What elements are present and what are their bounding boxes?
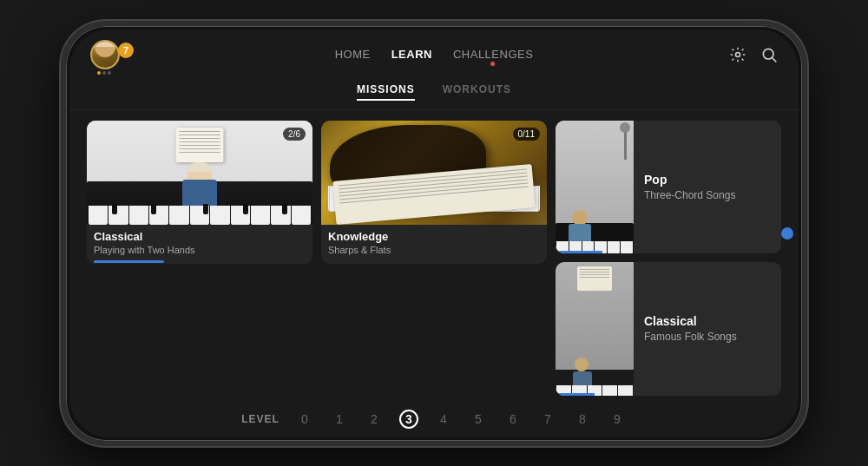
pop-scene [556, 121, 634, 254]
m-line [339, 182, 528, 200]
level-0[interactable]: 0 [295, 410, 314, 429]
key [169, 206, 188, 225]
scroll-indicator[interactable] [781, 227, 793, 240]
svg-line-2 [773, 57, 777, 62]
key [618, 385, 633, 396]
c2-person [573, 358, 592, 385]
card-classical-1-subtitle: Playing with Two Hands [94, 245, 306, 255]
phone-frame: 7 HOME LEARN CHALLENGES [61, 21, 807, 446]
nav-icons [729, 46, 778, 63]
avatar [90, 40, 120, 69]
music-line [180, 131, 220, 132]
level-1[interactable]: 1 [330, 410, 349, 429]
user-badge: 7 [118, 43, 134, 58]
card-classical-2-image [556, 262, 634, 396]
right-column: Pop Three-Chord Songs [556, 121, 781, 396]
c2-head [575, 358, 589, 371]
c2-body [573, 371, 592, 385]
avatar-dots [97, 71, 111, 75]
pop-person [569, 210, 591, 241]
card-classical-2-title: Classical [644, 314, 737, 328]
sheet-music [176, 128, 224, 162]
card-classical-1[interactable]: 2/6 Classical Playing with Two Hands [87, 121, 312, 264]
music-line [180, 138, 220, 139]
person-hair [187, 162, 212, 172]
card-classical-2-info: Classical Famous Folk Songs [634, 262, 747, 396]
card-pop-image [556, 121, 634, 254]
settings-button[interactable] [729, 46, 746, 63]
music-line [180, 141, 220, 142]
key [108, 206, 128, 225]
avatar-figure [95, 42, 115, 57]
card-classical-1-image [87, 121, 312, 225]
mic-head [620, 122, 630, 133]
card-pop-title: Pop [644, 173, 735, 187]
ml [580, 277, 609, 278]
key [190, 206, 209, 225]
card-knowledge[interactable]: 0/11 Knowledge Sharps & Flats [321, 121, 547, 264]
nav-links: HOME LEARN CHALLENGES [335, 48, 534, 61]
music-line [180, 145, 220, 146]
key [231, 206, 250, 225]
avatar-inner [92, 42, 118, 68]
card-pop-info: Pop Three-Chord Songs [634, 121, 746, 254]
key [129, 206, 148, 225]
card-classical-2[interactable]: Classical Famous Folk Songs [556, 262, 781, 396]
key [602, 385, 617, 396]
svg-point-0 [736, 52, 740, 56]
c2-lines [577, 266, 612, 280]
key [89, 206, 108, 225]
ml [580, 269, 609, 270]
card-knowledge-badge: 0/11 [513, 128, 540, 141]
ml [580, 272, 609, 272]
music-line [180, 148, 220, 149]
dot-3 [108, 71, 111, 75]
piano-keys [87, 206, 312, 225]
key [621, 241, 633, 253]
search-button[interactable] [760, 46, 778, 63]
c2-sheet [577, 266, 612, 291]
level-label: LEVEL [241, 413, 279, 425]
card-knowledge-title: Knowledge [328, 230, 540, 243]
content-grid: 2/6 Classical Playing with Two Hands [69, 110, 799, 403]
level-2[interactable]: 2 [365, 410, 384, 429]
card-classical-1-info: Classical Playing with Two Hands [87, 225, 312, 264]
key [271, 206, 290, 225]
music-line [180, 152, 220, 153]
avatar-hair [95, 42, 115, 47]
card-knowledge-subtitle: Sharps & Flats [328, 245, 540, 255]
level-6[interactable]: 6 [503, 410, 523, 429]
person-body [182, 180, 217, 206]
m-line [339, 186, 528, 203]
music-lines [176, 128, 224, 156]
avatar-container[interactable]: 7 [90, 40, 134, 69]
music-line [180, 135, 220, 135]
subnav-missions[interactable]: MISSIONS [357, 83, 415, 101]
level-8[interactable]: 8 [573, 410, 592, 429]
person-head [187, 162, 212, 181]
nav-home[interactable]: HOME [335, 48, 371, 61]
svg-point-1 [763, 49, 773, 59]
level-5[interactable]: 5 [469, 410, 488, 429]
subnav-workouts[interactable]: WORKOUTS [443, 83, 511, 101]
level-4[interactable]: 4 [434, 410, 453, 429]
card-classical-2-subtitle: Famous Folk Songs [644, 331, 737, 343]
key [149, 206, 168, 225]
level-7[interactable]: 7 [538, 410, 557, 429]
dot-2 [102, 71, 106, 75]
sub-nav: MISSIONS WORKOUTS [69, 76, 799, 110]
nav-learn[interactable]: LEARN [391, 48, 432, 61]
card-pop[interactable]: Pop Three-Chord Songs [556, 121, 781, 254]
card-classical-1-progress [94, 260, 164, 263]
key [608, 241, 620, 253]
level-9[interactable]: 9 [608, 410, 627, 429]
card-pop-subtitle: Three-Chord Songs [644, 189, 735, 201]
level-3[interactable]: 3 [399, 410, 418, 429]
key [251, 206, 270, 225]
classical-2-scene [556, 262, 634, 396]
card-classical-1-badge: 2/6 [283, 128, 306, 141]
ml [580, 274, 609, 275]
card-classical-1-title: Classical [94, 230, 306, 243]
key [210, 206, 229, 225]
nav-challenges[interactable]: CHALLENGES [453, 48, 533, 61]
